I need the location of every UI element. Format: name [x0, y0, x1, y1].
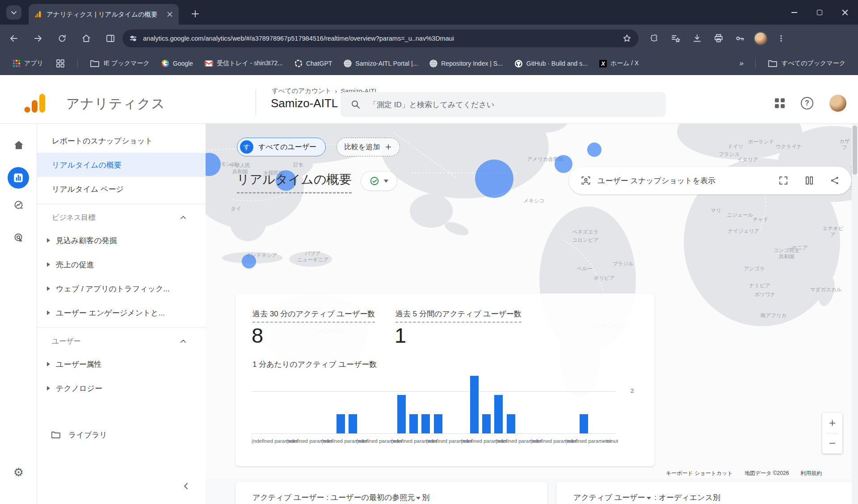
header-actions: ?: [775, 95, 846, 112]
forward-button[interactable]: [30, 31, 46, 46]
nav-item-リアルタイムの概要[interactable]: リアルタイムの概要: [37, 153, 206, 177]
url-bar[interactable]: analytics.google.com/analytics/web/#/a37…: [122, 29, 639, 47]
chevron-down-icon[interactable]: [647, 497, 651, 500]
active-users-bubble[interactable]: [242, 254, 256, 269]
bookmarks-overflow-button[interactable]: »: [740, 59, 744, 68]
bookmark-star-icon[interactable]: [622, 33, 632, 44]
map-country-label: マリ: [711, 207, 721, 214]
bookmark-item[interactable]: IE ブックマーク: [89, 58, 150, 69]
bookmark-item[interactable]: Xホーム / X: [599, 59, 639, 67]
nav-item-売上の促進[interactable]: 売上の促進: [37, 252, 206, 277]
print-button[interactable]: [711, 31, 726, 46]
bookmark-item[interactable]: Google: [161, 59, 193, 67]
kpi-30min-label[interactable]: 過去 30 分のアクティブ ユーザー数: [252, 309, 375, 323]
add-comparison-button[interactable]: 比較を追加: [336, 138, 400, 156]
nav-item-ユーザー属性[interactable]: ユーザー属性: [37, 352, 206, 376]
nav-item-ユーザー エンゲージメントと...[interactable]: ユーザー エンゲージメントと...: [37, 301, 206, 325]
nav-item-ウェブ / アプリのトラフィック...[interactable]: ウェブ / アプリのトラフィック...: [37, 277, 206, 301]
chart-bar-minute-13[interactable]: [409, 414, 418, 433]
browser-profile-avatar[interactable]: [754, 32, 767, 45]
zoom-in-button[interactable]: +: [822, 413, 842, 433]
minimize-button[interactable]: [791, 12, 797, 13]
scrollbar-thumb[interactable]: [853, 126, 857, 175]
kpi-5min-label[interactable]: 過去 5 分間のアクティブ ユーザー数: [395, 309, 522, 323]
bookmark-item[interactable]: 受信トレイ - shin3t72...: [205, 59, 283, 67]
nav-item-見込み顧客の発掘[interactable]: 見込み顧客の発掘: [37, 228, 206, 252]
nav-item-テクノロジー[interactable]: テクノロジー: [37, 376, 206, 400]
chart-bar-minute-27[interactable]: [580, 414, 588, 433]
bookmark-item[interactable]: ChatGPT: [294, 59, 332, 67]
chart-bar-minute-8[interactable]: [349, 414, 357, 433]
password-manager-button[interactable]: [732, 31, 748, 46]
account-avatar[interactable]: [829, 95, 846, 112]
rail-reports-button[interactable]: [8, 167, 29, 189]
chart-bar-minute-7[interactable]: [336, 414, 345, 433]
url-text[interactable]: analytics.google.com/analytics/web/#/a37…: [143, 35, 616, 42]
chart-bar-minute-21[interactable]: [507, 414, 515, 433]
per-minute-bar-chart[interactable]: [252, 372, 616, 434]
chart-bar-minute-15[interactable]: [434, 414, 442, 433]
reload-button[interactable]: [55, 31, 70, 46]
chart-bar-minute-19[interactable]: [482, 414, 491, 433]
google-apps-icon[interactable]: [775, 98, 785, 108]
nav-item-リアルタイム ページ[interactable]: リアルタイム ページ: [37, 177, 206, 201]
rail-advertising-button[interactable]: [0, 232, 37, 243]
chart-bar-minute-20[interactable]: [494, 395, 503, 433]
bookmarks-list-button[interactable]: [668, 31, 683, 46]
maximize-button[interactable]: [817, 10, 822, 15]
chart-bar-minute-18[interactable]: [470, 376, 479, 433]
back-button[interactable]: [6, 31, 21, 46]
analytics-header: アナリティクス すべてのアカウント › Samizo-AITL Samizo-A…: [0, 75, 858, 124]
chart-bar-minute-14[interactable]: [421, 414, 430, 433]
extensions-button[interactable]: [647, 31, 662, 46]
bookmarks-separator: [755, 59, 756, 68]
nav-item-レポートのスナップショット[interactable]: レポートのスナップショット: [37, 129, 206, 153]
help-icon[interactable]: ?: [801, 97, 813, 109]
active-users-bubble[interactable]: [475, 160, 513, 198]
active-users-bubble[interactable]: [555, 155, 572, 173]
bookmark-item[interactable]: すべてのブックマーク: [767, 58, 845, 69]
bookmark-item[interactable]: [55, 58, 66, 69]
rail-home-button[interactable]: [0, 139, 37, 151]
bookmark-item[interactable]: アプリ: [13, 59, 43, 67]
chart-bar-minute-12[interactable]: [397, 395, 406, 433]
tab-close-icon[interactable]: [166, 11, 173, 18]
close-button[interactable]: [842, 9, 848, 16]
card-title: アクティブ ユーザー: [573, 493, 645, 502]
tab-search-button[interactable]: [6, 5, 21, 20]
active-users-bubble[interactable]: [587, 143, 601, 157]
folder-icon: [89, 58, 100, 69]
fullscreen-icon[interactable]: [778, 175, 789, 186]
data-quality-dropdown[interactable]: [361, 171, 397, 191]
search-bar[interactable]: 「測定 ID」と検索してみてください: [341, 92, 666, 117]
home-button[interactable]: [79, 31, 94, 46]
downloads-button[interactable]: [690, 31, 705, 46]
share-icon[interactable]: [830, 176, 840, 185]
view-user-snapshot-button[interactable]: ユーザー スナップショットを表示: [597, 176, 772, 186]
collapse-nav-button[interactable]: [181, 481, 192, 491]
chevron-down-icon[interactable]: [416, 497, 421, 500]
y-axis-max-label: 2: [631, 387, 634, 394]
rail-explore-button[interactable]: [0, 200, 37, 210]
vertical-scrollbar[interactable]: [852, 124, 858, 504]
browser-tab[interactable]: アナリティクス | リアルタイムの概要: [29, 4, 179, 25]
forward-icon: [33, 33, 43, 44]
rail-admin-button[interactable]: ⚙: [0, 466, 37, 479]
nav-section-label: ビジネス目標: [52, 213, 96, 223]
browser-menu-button[interactable]: [774, 31, 789, 46]
chart-view-icon[interactable]: [804, 175, 815, 186]
side-panel-button[interactable]: [103, 31, 118, 46]
nav-section-header[interactable]: ビジネス目標: [37, 207, 206, 228]
site-info-icon[interactable]: [129, 34, 138, 43]
terms-link[interactable]: 利用規約: [800, 470, 822, 477]
nav-section-header[interactable]: ユーザー: [37, 331, 206, 352]
nav-item-library[interactable]: ライブラリ: [37, 423, 206, 447]
bookmark-item[interactable]: GitHub · Build and s...: [514, 59, 588, 68]
bookmark-item[interactable]: Samizo-AITL Portal |...: [344, 59, 418, 67]
keyboard-shortcuts-link[interactable]: キーボード ショートカット: [666, 470, 733, 477]
new-tab-button[interactable]: [189, 7, 202, 21]
bookmark-label: GitHub · Build and s...: [526, 60, 588, 67]
zoom-out-button[interactable]: −: [822, 433, 842, 454]
audience-chip-all-users[interactable]: す すべてのユーザー: [237, 138, 326, 156]
bookmark-item[interactable]: Repository Index | S...: [429, 59, 502, 67]
